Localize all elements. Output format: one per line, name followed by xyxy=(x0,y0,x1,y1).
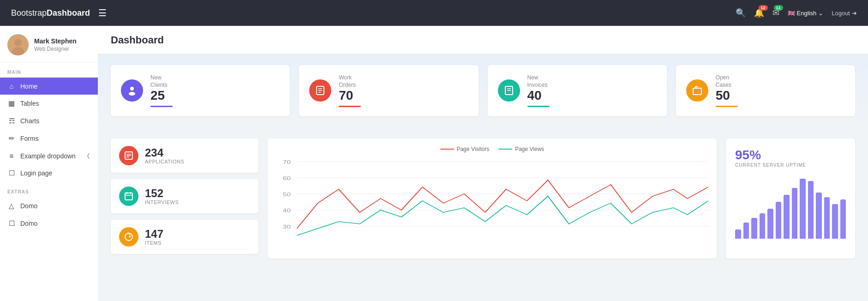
svg-point-1 xyxy=(14,39,22,46)
bar-item xyxy=(743,223,749,239)
interviews-label: INTERVIEWS xyxy=(145,199,179,205)
mini-stat-interviews: 152 INTERVIEWS xyxy=(111,179,258,213)
sidebar-item-label: Forms xyxy=(20,135,90,142)
sidebar-item-tables[interactable]: ▦ Tables xyxy=(0,95,98,112)
bar-item xyxy=(808,181,814,239)
sidebar-item-home[interactable]: ⌂ Home xyxy=(0,78,98,95)
language-selector[interactable]: 🇬🇧 English ⌄ xyxy=(788,10,824,17)
bar-item xyxy=(767,209,773,239)
svg-text:60: 60 xyxy=(283,176,291,181)
mini-stats: 234 APPLICATIONS 152 xyxy=(111,138,258,259)
applications-icon xyxy=(119,146,138,165)
sidebar-section-main: MAIN xyxy=(0,62,98,78)
mini-stat-third: 147 ITEMS xyxy=(111,220,258,254)
applications-value: 234 xyxy=(145,147,184,159)
sidebar-item-forms[interactable]: ✏ Forms xyxy=(0,130,98,147)
orders-label: WorkOrders xyxy=(339,74,468,89)
page-header: Dashboard xyxy=(98,26,868,54)
sidebar-item-label: Home xyxy=(20,83,90,90)
page-title: Dashboard xyxy=(111,34,855,46)
stat-card-cases: OpenCases 50 xyxy=(676,65,855,116)
hamburger-icon[interactable]: ☰ xyxy=(98,7,107,18)
chevron-right-icon: ❮ xyxy=(86,153,90,159)
svg-point-4 xyxy=(129,92,135,96)
bar-item xyxy=(751,218,757,239)
svg-rect-12 xyxy=(693,88,701,95)
third-label: ITEMS xyxy=(145,240,163,246)
bar-item xyxy=(816,193,822,239)
bar-item xyxy=(832,204,838,239)
sidebar-item-label: Domo xyxy=(20,220,90,227)
sidebar-item-label: Example dropdown xyxy=(20,152,82,160)
svg-text:40: 40 xyxy=(283,208,291,214)
app-body: Mark Stephen Web Designer MAIN ⌂ Home ▦ … xyxy=(0,26,868,301)
svg-text:50: 50 xyxy=(283,192,291,198)
bar-item xyxy=(760,213,766,239)
bar-item xyxy=(824,197,830,239)
invoices-label: NewInvoices xyxy=(527,74,657,89)
svg-point-3 xyxy=(130,87,134,90)
sidebar-item-domo1[interactable]: △ Domo xyxy=(0,197,98,215)
charts-icon: ☶ xyxy=(7,117,16,125)
third-icon xyxy=(119,227,138,247)
orders-icon xyxy=(309,79,331,102)
orders-value: 70 xyxy=(339,89,468,103)
sidebar-item-label: Login page xyxy=(20,169,90,177)
login-icon: ☐ xyxy=(7,169,16,177)
sidebar-profile: Mark Stephen Web Designer xyxy=(0,26,98,62)
logout-button[interactable]: Logout ➜ xyxy=(832,10,857,17)
legend-visitors: Page Visitors xyxy=(440,146,489,152)
chart-legend: Page Visitors Page Views xyxy=(276,146,708,152)
stats-section: NewClients 25 xyxy=(98,54,868,127)
bar-item xyxy=(800,179,806,239)
third-value: 147 xyxy=(145,228,163,240)
stat-card-orders: WorkOrders 70 xyxy=(299,65,478,116)
bar-chart xyxy=(735,174,846,239)
sidebar-item-domo2[interactable]: ☐ Domo xyxy=(0,215,98,232)
sidebar-item-login[interactable]: ☐ Login page xyxy=(0,164,98,182)
sidebar-item-label: Charts xyxy=(20,117,90,125)
search-button[interactable]: 🔍 xyxy=(736,8,746,18)
svg-text:70: 70 xyxy=(283,160,291,165)
clients-label: NewClients xyxy=(150,74,280,89)
notifications-button[interactable]: 🔔 12 xyxy=(754,8,764,18)
dropdown-icon: ≡ xyxy=(7,152,16,160)
legend-line-red xyxy=(440,149,454,150)
flag-icon: 🇬🇧 xyxy=(788,10,795,17)
bar-item xyxy=(735,229,741,239)
bar-item xyxy=(840,199,846,239)
cases-label: OpenCases xyxy=(716,74,845,89)
bar-item xyxy=(784,195,790,239)
cases-icon xyxy=(686,79,708,102)
bar-item xyxy=(792,188,798,239)
stat-card-clients: NewClients 25 xyxy=(111,65,290,116)
forms-icon: ✏ xyxy=(7,134,16,143)
applications-label: APPLICATIONS xyxy=(145,159,184,164)
uptime-percent: 95% xyxy=(735,148,846,163)
lower-section: 234 APPLICATIONS 152 xyxy=(98,127,868,270)
interviews-icon xyxy=(119,187,138,206)
domo2-icon: ☐ xyxy=(7,219,16,228)
messages-badge: 11 xyxy=(774,5,783,11)
domo1-icon: △ xyxy=(7,202,16,210)
invoices-bar xyxy=(527,106,550,107)
profile-role: Web Designer xyxy=(34,46,77,52)
messages-button[interactable]: ✉ 11 xyxy=(772,8,779,18)
legend-line-green xyxy=(498,149,512,150)
invoices-icon xyxy=(498,79,520,102)
uptime-panel: 95% CURRENT SERVER UPTIME xyxy=(726,138,855,259)
home-icon: ⌂ xyxy=(7,82,16,90)
line-chart-svg: 70 60 50 40 30 xyxy=(276,157,708,249)
topnav-right: 🔍 🔔 12 ✉ 11 🇬🇧 English ⌄ Logout ➜ xyxy=(736,8,857,18)
mini-stat-applications: 234 APPLICATIONS xyxy=(111,138,258,173)
sidebar: Mark Stephen Web Designer MAIN ⌂ Home ▦ … xyxy=(0,26,98,301)
sidebar-section-extras: EXTRAS xyxy=(0,182,98,197)
chart-panel: Page Visitors Page Views 70 60 50 40 30 xyxy=(268,138,717,259)
svg-rect-17 xyxy=(125,193,132,200)
sidebar-item-dropdown[interactable]: ≡ Example dropdown ❮ xyxy=(0,147,98,164)
profile-name: Mark Stephen xyxy=(34,37,77,45)
sidebar-item-charts[interactable]: ☶ Charts xyxy=(0,112,98,130)
logout-icon: ➜ xyxy=(852,10,857,17)
interviews-value: 152 xyxy=(145,187,179,199)
topnav: BootstrapDashboard ☰ 🔍 🔔 12 ✉ 11 🇬🇧 Engl… xyxy=(0,0,868,26)
